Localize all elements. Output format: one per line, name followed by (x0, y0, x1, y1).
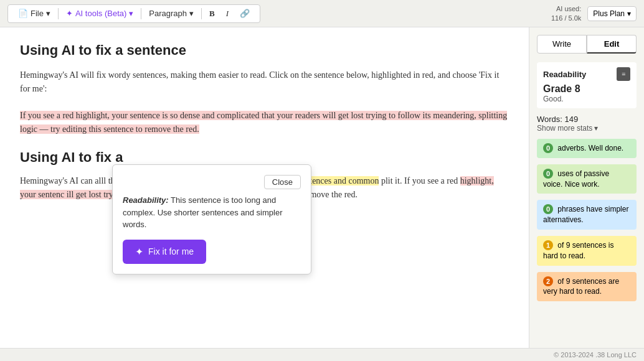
file-chevron: ▾ (46, 9, 50, 18)
grade-desc: Good. (543, 95, 630, 103)
ai-usage: AI used: 116 / 5.0k (551, 4, 581, 22)
file-label: File (31, 9, 44, 18)
readability-header: Readability ≡ (543, 67, 630, 81)
footer: © 2013-2024 .38 Long LLC (0, 348, 644, 361)
stat-card-adverbs: 0 adverbs. Well done. (537, 139, 637, 158)
readability-title: Readability (543, 70, 586, 79)
popup-bold: Readability: (123, 195, 169, 205)
link-icon: 🔗 (240, 9, 250, 18)
section1-highlight: If you see a red highlight, your sentenc… (20, 109, 509, 137)
sidebar: Write Edit Readability ≡ Grade 8 Good. W… (529, 27, 644, 348)
popup-close-row: Close (123, 175, 301, 189)
ai-tools-label: AI tools (Beta) (75, 9, 126, 18)
ai-tools-chevron: ▾ (129, 9, 133, 18)
plan-label: Plus Plan (593, 9, 625, 18)
grade-label: Grade 8 (543, 83, 630, 95)
ai-count: 116 / 5.0k (551, 14, 581, 22)
popup-box: Close Readability: This sentence is too … (112, 164, 311, 274)
main-layout: Using AI to fix a sentence Hemingway's A… (0, 27, 644, 348)
link-button[interactable]: 🔗 (236, 7, 253, 19)
paragraph-label: Paragraph (149, 9, 187, 18)
fix-it-label: Fix it for me (148, 246, 194, 256)
section1-title: Using AI to fix a sentence (20, 42, 509, 59)
phrases-text: phrases have simpler alternatives. (543, 205, 628, 224)
footer-text: © 2013-2024 .38 Long LLC (554, 351, 637, 359)
toolbar-right: AI used: 116 / 5.0k Plus Plan ▾ (551, 4, 637, 22)
toolbar-divider-1 (58, 8, 59, 19)
words-section: Words: 149 Show more stats ▾ (537, 115, 637, 133)
stat-card-passive: 0 uses of passive voice. Nice work. (537, 164, 637, 194)
plan-chevron: ▾ (627, 9, 631, 18)
very-hard-text: of 9 sentences are very hard to read. (543, 277, 619, 296)
tab-write[interactable]: Write (537, 35, 587, 54)
file-icon: 📄 (18, 9, 28, 18)
stat-card-very-hard: 2 of 9 sentences are very hard to read. (537, 272, 637, 302)
italic-label: I (226, 9, 229, 19)
readability-section: Readability ≡ Grade 8 Good. (537, 62, 637, 108)
ai-used-label: AI used: (551, 4, 581, 13)
section2-body-before: Hemingway's AI can al (20, 176, 101, 185)
show-more-chevron: ▾ (594, 124, 598, 133)
section2-title: Using AI to fix a (20, 149, 509, 166)
hard-badge: 1 (543, 240, 553, 250)
very-hard-badge: 2 (543, 276, 553, 286)
write-edit-tabs: Write Edit (537, 35, 637, 54)
show-more-stats[interactable]: Show more stats ▾ (537, 124, 637, 133)
readability-icon[interactable]: ≡ (617, 67, 630, 81)
passive-badge: 0 (543, 169, 553, 179)
plan-selector[interactable]: Plus Plan ▾ (587, 6, 637, 21)
tab-edit[interactable]: Edit (587, 35, 637, 54)
toolbar-divider-3 (201, 8, 202, 19)
bold-button[interactable]: B (206, 7, 219, 20)
adverbs-text: adverbs. Well done. (557, 144, 623, 152)
close-button[interactable]: Close (264, 175, 301, 189)
ai-tools-menu[interactable]: ✦ AI tools (Beta) ▾ (62, 7, 137, 19)
section1-body1: Hemingway's AI will fix wordy sentences,… (20, 68, 509, 96)
highlighted-sentence[interactable]: If you see a red highlight, your sentenc… (20, 111, 507, 134)
hard-text: of 9 sentences is hard to read. (543, 241, 613, 260)
popup-container: Close Readability: This sentence is too … (112, 164, 311, 274)
bold-label: B (209, 9, 215, 19)
words-count: Words: 149 (537, 115, 637, 124)
fix-it-icon: ✦ (135, 246, 143, 258)
paragraph-chevron: ▾ (189, 9, 194, 18)
italic-button[interactable]: I (222, 7, 232, 20)
fix-it-button[interactable]: ✦ Fix it for me (123, 240, 206, 264)
popup-body: Readability: This sentence is too long a… (123, 194, 301, 231)
passive-text: uses of passive voice. Nice work. (543, 169, 609, 189)
ai-tools-icon: ✦ (66, 9, 73, 18)
stat-card-phrases: 0 phrases have simpler alternatives. (537, 200, 637, 230)
toolbar-left: 📄 File ▾ ✦ AI tools (Beta) ▾ Paragraph ▾… (7, 4, 260, 23)
phrases-badge: 0 (543, 204, 553, 214)
toolbar-divider-2 (141, 8, 141, 19)
toolbar: 📄 File ▾ ✦ AI tools (Beta) ▾ Paragraph ▾… (0, 0, 644, 27)
section2-body-mid2: plit it. If you see a red (379, 176, 458, 185)
editor-area[interactable]: Using AI to fix a sentence Hemingway's A… (0, 27, 529, 348)
stat-card-hard: 1 of 9 sentences is hard to read. (537, 236, 637, 266)
adverbs-badge: 0 (543, 143, 553, 153)
paragraph-menu[interactable]: Paragraph ▾ (145, 7, 197, 19)
file-menu[interactable]: 📄 File ▾ (14, 7, 54, 19)
